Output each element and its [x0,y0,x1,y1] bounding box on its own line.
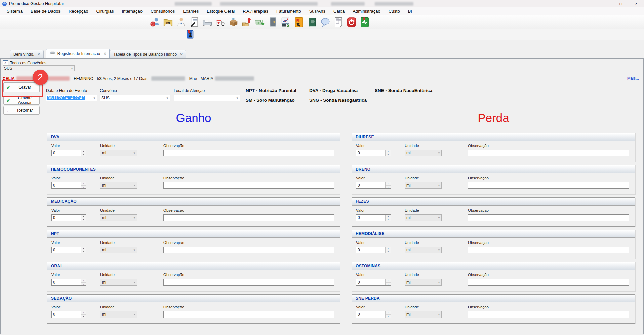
chat-icon[interactable] [320,17,330,27]
spin-down-icon[interactable]: ▼ [81,186,86,189]
data-evento-select[interactable]: 08/11/2024 14:27:42 ▼ [46,95,97,101]
menu-item[interactable]: Faturamento [272,7,305,15]
convenio-select[interactable]: SUS ▼ [100,95,170,101]
menu-item[interactable]: Recepção [65,7,92,15]
spin-up-icon[interactable]: ▲ [386,150,391,153]
spin-down-icon[interactable]: ▼ [386,153,391,156]
minimize-button[interactable]: ─ [598,0,613,7]
contract-icon[interactable] [189,17,199,27]
spin-up-icon[interactable]: ▲ [81,279,86,283]
close-button[interactable]: × [629,0,644,7]
maximize-button[interactable]: □ [613,0,629,7]
menu-item[interactable]: Sistema [3,7,27,15]
spin-up-icon[interactable]: ▲ [386,215,391,218]
valor-input[interactable]: 0 ▲ ▼ [356,279,391,286]
spinner-buttons[interactable]: ▲ ▼ [81,215,86,221]
unidade-select[interactable]: ml ▼ [100,279,137,286]
spin-down-icon[interactable]: ▼ [386,283,391,286]
valor-input[interactable]: 0 ▲ ▼ [51,182,86,189]
valor-input[interactable]: 0 ▲ ▼ [51,214,86,221]
unidade-select[interactable]: ml ▼ [405,214,442,221]
menu-item[interactable]: Cirurgias [92,7,118,15]
stock-box-icon[interactable] [229,17,239,27]
spin-up-icon[interactable]: ▲ [81,182,86,186]
spin-up-icon[interactable]: ▲ [81,150,86,153]
spin-up-icon[interactable]: ▲ [386,311,391,315]
spin-down-icon[interactable]: ▼ [81,283,86,286]
spin-down-icon[interactable]: ▼ [81,153,86,156]
observacao-input[interactable] [468,214,629,221]
ambulance-icon[interactable] [215,17,226,27]
invoice-icon[interactable] [333,17,344,27]
tab-close-icon[interactable]: × [104,51,106,56]
menu-item[interactable]: Sus/Ans [305,7,329,15]
unidade-select[interactable]: ml ▼ [100,182,137,189]
menu-item[interactable]: Consultórios [147,7,179,15]
spin-up-icon[interactable]: ▲ [81,247,86,250]
observacao-input[interactable] [163,247,334,253]
spin-up-icon[interactable]: ▲ [81,215,86,218]
menu-item[interactable]: Custo [385,7,404,15]
observacao-input[interactable] [468,150,629,156]
spin-down-icon[interactable]: ▼ [386,315,391,318]
spinner-buttons[interactable]: ▲ ▼ [385,150,391,156]
valor-input[interactable]: 0 ▲ ▼ [51,247,86,253]
valor-input[interactable]: 0 ▲ ▼ [356,182,391,189]
unidade-select[interactable]: ml ▼ [100,214,137,221]
spin-down-icon[interactable]: ▼ [81,218,86,221]
menu-item[interactable]: Caixa [329,7,349,15]
power-icon[interactable] [347,17,357,27]
unidade-select[interactable]: ml ▼ [405,182,442,189]
spinner-buttons[interactable]: ▲ ▼ [385,215,391,221]
spin-down-icon[interactable]: ▼ [386,218,391,221]
menu-item[interactable]: P.A./Terapias [239,7,272,15]
stock-up-icon[interactable] [242,17,252,27]
valor-input[interactable]: 0 ▲ ▼ [356,150,391,156]
valor-input[interactable]: 0 ▲ ▼ [51,150,86,156]
spinner-buttons[interactable]: ▲ ▼ [81,311,86,318]
spinner-buttons[interactable]: ▲ ▼ [81,150,86,156]
all-convenios-checkbox[interactable]: ✓ [3,60,8,65]
spinner-buttons[interactable]: ▲ ▼ [81,247,86,253]
valor-input[interactable]: 0 ▲ ▼ [356,214,391,221]
menu-item[interactable]: BI [404,7,416,15]
menu-item[interactable]: Administração [349,7,384,15]
unidade-select[interactable]: ml ▼ [405,247,442,253]
patient-sync-icon[interactable] [150,17,160,27]
tab-close-icon[interactable]: × [180,52,183,57]
spin-down-icon[interactable]: ▼ [81,250,86,253]
valor-input[interactable]: 0 ▲ ▼ [51,279,86,286]
spin-down-icon[interactable]: ▼ [386,186,391,189]
tab[interactable]: Bem Vindo. × [10,50,44,58]
observacao-input[interactable] [468,182,629,189]
mais-link[interactable]: Mais... [627,76,639,81]
observacao-input[interactable] [163,311,334,318]
observacao-input[interactable] [468,247,629,253]
reference-book-icon[interactable] [307,17,317,27]
spin-up-icon[interactable]: ▲ [81,311,86,315]
observacao-input[interactable] [163,182,334,189]
retornar-button[interactable]: ← Retornar [3,106,40,115]
phonebook-icon[interactable] [294,17,304,27]
spin-down-icon[interactable]: ▼ [386,250,391,253]
observacao-input[interactable] [468,279,629,286]
patient-agenda-icon[interactable] [186,30,194,39]
menu-item[interactable]: Internação [118,7,146,15]
tab[interactable]: Registros de Internação × [46,49,110,58]
unidade-select[interactable]: ml ▼ [405,150,442,156]
doctor-icon[interactable] [176,17,186,27]
unidade-select[interactable]: ml ▼ [100,150,137,156]
unidade-select[interactable]: ml ▼ [100,247,137,253]
valor-input[interactable]: 0 ▲ ▼ [356,247,391,253]
spinner-buttons[interactable]: ▲ ▼ [385,182,391,188]
spin-up-icon[interactable]: ▲ [386,279,391,283]
spinner-buttons[interactable]: ▲ ▼ [385,247,391,253]
observacao-input[interactable] [163,279,334,286]
spin-up-icon[interactable]: ▲ [386,182,391,186]
tab-close-icon[interactable]: × [38,52,40,57]
spinner-buttons[interactable]: ▲ ▼ [385,279,391,285]
health-record-icon[interactable] [360,17,370,27]
observacao-input[interactable] [163,214,334,221]
hospital-bed-icon[interactable] [202,17,212,27]
menu-item[interactable]: Base de Dados [27,7,65,15]
